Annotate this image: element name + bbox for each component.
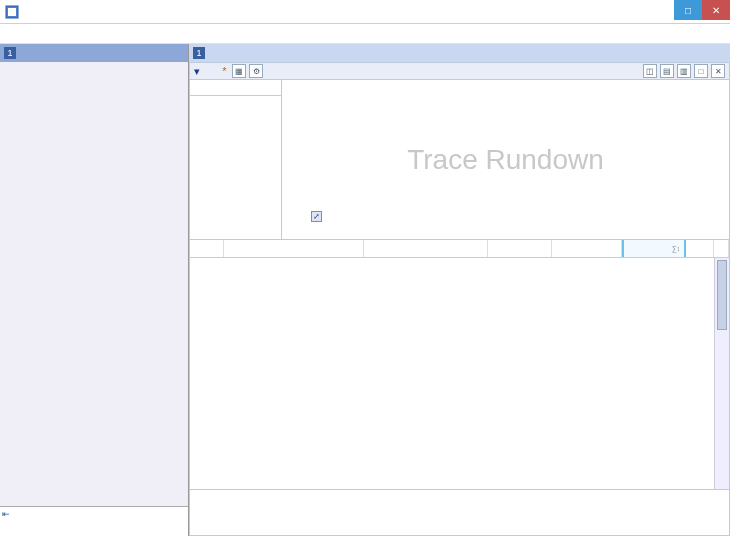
timeline-handle-icon[interactable]: ⇤ [2,509,10,519]
zoom-reset-icon[interactable]: ⤢ [311,211,322,222]
close-pane-button[interactable]: ✕ [711,64,725,78]
app-icon [4,4,20,20]
tab-number-icon: 1 [4,47,16,59]
maximize-pane-button[interactable]: □ [694,64,708,78]
view-table-only-button[interactable]: ▥ [677,64,691,78]
expand-toggle-icon[interactable]: ▾ [194,65,204,78]
status-ruler[interactable] [310,490,709,534]
col-page-category[interactable] [224,240,364,257]
chart-canvas[interactable]: Trace Rundown ⤢ [282,80,729,239]
analysis-panel: 1 ▾ * ▦ ⚙ ◫ ▤ ▥ □ ✕ [189,44,730,536]
table-scrollbar[interactable] [714,258,729,489]
col-process[interactable] [364,240,488,257]
status-bar [190,489,729,535]
series-pane [190,80,282,239]
col-description[interactable] [552,240,622,257]
scrollbar-thumb[interactable] [717,260,727,330]
window-buttons: □ ✕ [674,0,730,20]
graph-name-combo[interactable] [210,65,216,77]
toolbar-button[interactable]: ▦ [232,64,246,78]
col-scroll-gutter [714,240,729,257]
table-header: ∑↕ [190,240,729,258]
graph-explorer-panel: 1 ⇤ [0,44,189,536]
detail-table: ∑↕ [189,240,730,536]
tab-number-icon: 1 [193,47,205,59]
titlebar: □ ✕ [0,0,730,24]
maximize-button[interactable]: □ [674,0,702,20]
chart-area: Trace Rundown ⤢ [189,80,730,240]
col-legend[interactable] [686,240,714,257]
graph-explorer-tab[interactable]: 1 [0,44,188,62]
col-mmlist[interactable] [488,240,552,257]
graph-explorer-timeline[interactable]: ⇤ [0,506,188,536]
col-line[interactable] [190,240,224,257]
view-split-button[interactable]: ▤ [660,64,674,78]
sort-indicator-icon: ∑↕ [672,245,681,252]
svg-rect-1 [8,8,16,16]
analysis-toolbar: ▾ * ▦ ⚙ ◫ ▤ ▥ □ ✕ [189,62,730,80]
modified-indicator-icon: * [222,65,226,77]
close-button[interactable]: ✕ [702,0,730,20]
toolbar-button[interactable]: ⚙ [249,64,263,78]
series-header[interactable] [190,80,281,96]
view-chart-only-button[interactable]: ◫ [643,64,657,78]
col-size[interactable]: ∑↕ [622,240,686,257]
menubar [0,24,730,44]
analysis-tab[interactable]: 1 [189,44,730,62]
